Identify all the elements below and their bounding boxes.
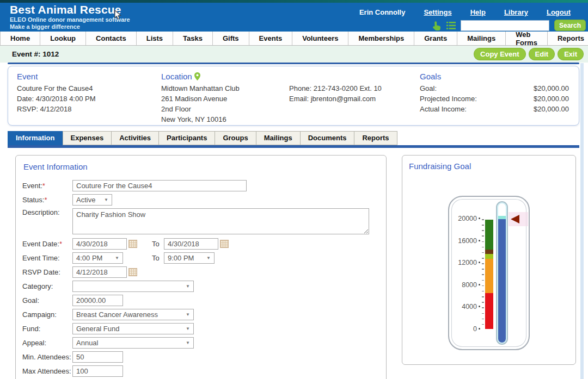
max-attendees-input[interactable] — [72, 365, 123, 377]
nav-item-tasks[interactable]: Tasks — [173, 32, 213, 45]
fundraising-goal-panel: Fundraising Goal 20000 16000 12000 8000 … — [402, 155, 576, 365]
main-content: Event Information Event:* Status:* Activ… — [8, 148, 579, 379]
nav-item-web-forms[interactable]: Web Forms — [506, 32, 548, 45]
status-label: Status:* — [22, 196, 72, 204]
event-time-select[interactable]: 4:00 PM ▼ — [72, 252, 123, 264]
fund-select[interactable]: General Fund ▼ — [72, 323, 194, 334]
chevron-down-icon: ▼ — [186, 284, 190, 289]
calendar-icon[interactable] — [128, 268, 137, 276]
search-button[interactable]: Search — [554, 20, 586, 31]
event-name-row: Event:* — [22, 180, 386, 191]
user-name: Erin Connolly — [359, 8, 406, 16]
thermo-tick-12000: 12000 — [451, 259, 477, 266]
app-title: Best Animal Rescue — [10, 3, 130, 16]
appeal-label: Appeal: — [22, 339, 72, 347]
list-icon[interactable] — [446, 22, 456, 29]
copy-event-button[interactable]: Copy Event — [474, 48, 526, 60]
search-input[interactable] — [461, 20, 549, 31]
rsvp-date-input[interactable] — [72, 266, 127, 278]
campaign-select[interactable]: Breast Cancer Awareness ▼ — [72, 309, 194, 320]
appeal-select-value: Annual — [76, 339, 98, 347]
band-yellowgreen — [485, 254, 493, 259]
location-line: 2nd Floor — [161, 104, 289, 114]
tab-documents[interactable]: Documents — [300, 131, 355, 145]
thermo-fill — [498, 219, 506, 343]
to-label: To — [152, 254, 160, 262]
tab-mailings[interactable]: Mailings — [256, 131, 301, 145]
tab-information[interactable]: Information — [8, 131, 63, 145]
app-header: Best Animal Rescue ELEO Online donor man… — [0, 3, 588, 32]
summary-goals-column: Goals Goal: $20,000.00 Projected Income:… — [420, 71, 569, 120]
projected-income-value: $20,000.00 — [534, 94, 569, 104]
event-name: Couture For the Cause4 — [17, 83, 161, 94]
summary-event-column: Event Couture For the Cause4 Date: 4/30/… — [17, 71, 161, 120]
thermo-minor-ticks — [482, 219, 484, 330]
max-attendees-row: Max Attendees: — [22, 365, 386, 377]
nav-item-gifts[interactable]: Gifts — [213, 32, 249, 45]
event-time-to-select[interactable]: 9:00 PM ▼ — [164, 252, 215, 264]
goal-label: Goal: — [22, 296, 72, 305]
tab-groups[interactable]: Groups — [215, 131, 256, 145]
goal-input[interactable] — [72, 295, 123, 306]
max-attendees-label: Max Attendees: — [22, 367, 72, 375]
header-links: Erin Connolly Settings Help Library Logo… — [359, 8, 571, 16]
tab-activities[interactable]: Activities — [111, 131, 159, 145]
mouse-cursor — [114, 10, 121, 20]
min-attendees-input[interactable] — [72, 351, 123, 363]
map-pin-icon[interactable] — [194, 72, 200, 80]
exit-button[interactable]: Exit — [558, 48, 584, 60]
fund-select-value: General Fund — [76, 325, 120, 333]
tab-expenses[interactable]: Expenses — [63, 131, 112, 145]
nav-item-reports[interactable]: Reports — [548, 32, 588, 45]
status-select[interactable]: Active ▼ — [72, 194, 112, 206]
chevron-down-icon: ▼ — [104, 197, 108, 202]
chevron-down-icon: ▼ — [206, 256, 211, 260]
thermo-tick-16000: 16000 — [451, 237, 477, 245]
tab-participants[interactable]: Participants — [158, 131, 215, 145]
edit-button[interactable]: Edit — [529, 48, 555, 60]
to-label: To — [152, 240, 160, 248]
nav-item-volunteers[interactable]: Volunteers — [292, 32, 348, 45]
nav-item-home[interactable]: Home — [0, 32, 40, 45]
thermo-tick-8000: 8000 — [451, 281, 477, 289]
nav-item-grants[interactable]: Grants — [414, 32, 457, 45]
chevron-down-icon: ▼ — [186, 340, 190, 345]
event-date: Date: 4/30/2018 4:00 PM — [17, 94, 161, 104]
event-date-input[interactable] — [72, 238, 127, 250]
rsvp-date-label: RSVP Date: — [22, 268, 72, 276]
nav-item-lists[interactable]: Lists — [137, 32, 173, 45]
nav-item-lookup[interactable]: Lookup — [40, 32, 86, 45]
library-link[interactable]: Library — [504, 8, 528, 16]
hand-cursor-icon[interactable] — [432, 21, 442, 30]
right-edge-strip — [580, 63, 584, 379]
event-time-row: Event Time: 4:00 PM ▼ To 9:00 PM ▼ — [22, 252, 386, 264]
logout-link[interactable]: Logout — [547, 8, 571, 16]
summary-contact-column: Phone: 212-743-0200 Ext. 10 Email: jbren… — [289, 71, 420, 120]
band-red — [485, 293, 493, 329]
thermo-indicator-arrow — [511, 215, 519, 223]
appeal-row: Appeal: Annual ▼ — [22, 337, 386, 349]
chevron-down-icon: ▼ — [115, 256, 119, 260]
calendar-icon[interactable] — [128, 240, 137, 248]
event-number-title: Event #: 1012 — [12, 50, 59, 58]
nav-item-contacts[interactable]: Contacts — [86, 32, 137, 45]
settings-link[interactable]: Settings — [424, 8, 451, 16]
min-attendees-row: Min. Attendees: — [22, 351, 386, 363]
calendar-icon[interactable] — [220, 240, 229, 248]
category-select[interactable]: ▼ — [72, 281, 194, 292]
event-name-input[interactable] — [72, 180, 247, 191]
help-link[interactable]: Help — [470, 8, 486, 16]
nav-item-memberships[interactable]: Memberships — [348, 32, 414, 45]
app-subtitle: ELEO Online donor management software — [10, 16, 130, 23]
location-line: 261 Madison Avenue — [161, 94, 289, 104]
brand-block: Best Animal Rescue ELEO Online donor man… — [10, 3, 130, 30]
fundraising-thermometer: 20000 16000 12000 8000 4000 0 — [448, 196, 530, 350]
nav-item-mailings[interactable]: Mailings — [457, 32, 506, 45]
nav-item-events[interactable]: Events — [249, 32, 293, 45]
goals-row: Actual Income: $20,000.00 — [420, 104, 569, 114]
event-date-to-input[interactable] — [164, 238, 218, 250]
appeal-select[interactable]: Annual ▼ — [72, 337, 194, 349]
tab-reports[interactable]: Reports — [354, 131, 397, 145]
location-section-heading: Location — [161, 71, 192, 82]
description-textarea[interactable]: Charity Fashion Show — [72, 208, 369, 234]
